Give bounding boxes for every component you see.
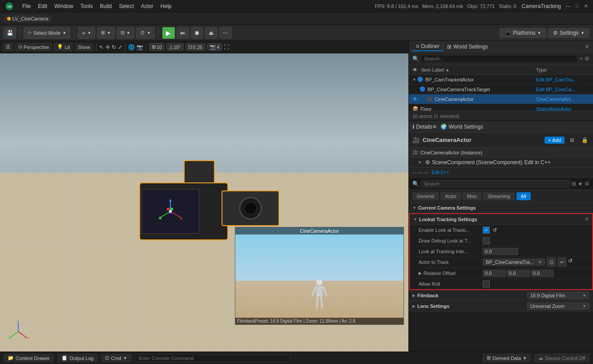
maximize-button[interactable]: □ (573, 3, 581, 10)
menu-file[interactable]: File (19, 2, 34, 10)
layout-icon-btn[interactable]: ⊞ (567, 135, 577, 145)
close-button[interactable]: ✕ (582, 3, 589, 10)
menu-select[interactable]: Select (115, 2, 137, 10)
outliner-row-selected[interactable]: 👁 🎥 CineCameraActor CineCameraAct... (409, 94, 593, 104)
menu-window[interactable]: Window (51, 2, 77, 10)
outliner-type-col[interactable]: Type (536, 67, 589, 73)
outliner-search-input[interactable] (421, 55, 578, 63)
lookat-reset[interactable]: ↺ (585, 216, 589, 222)
offset-y-input[interactable] (507, 270, 530, 277)
scale-tool[interactable]: ⤢ (118, 44, 122, 50)
filmback-section-header[interactable]: ▶ Filmback 16:9 Digital Film ▼ (409, 290, 593, 301)
menu-help[interactable]: Help (157, 2, 175, 10)
world-settings-tab[interactable]: 🌍 World Settings (440, 124, 483, 130)
tab-actor[interactable]: Actor (440, 192, 461, 200)
lookat-section-header[interactable]: ▼ Lookat Tracking Settings ↺ (410, 214, 592, 225)
menu-build[interactable]: Build (97, 2, 116, 10)
outliner-label-col[interactable]: Item Label ▲ (421, 67, 536, 73)
enable-lookat-label: Enable Look at Tracki... (419, 227, 481, 233)
platforms-button[interactable]: 📱 Platforms ▼ (500, 28, 546, 38)
stop-button[interactable]: ⏹ (191, 27, 203, 39)
tab-all[interactable]: All (516, 192, 531, 200)
add-component-button[interactable]: + Add (545, 137, 565, 144)
levels-tab[interactable]: ⊞ World Settings (444, 43, 492, 51)
details-star-icon[interactable]: ★ (578, 181, 583, 187)
outliner-tab[interactable]: ≡ Outliner (412, 42, 443, 51)
derived-data-button[interactable]: ⊞ Derived Data ▼ (483, 354, 531, 362)
cmd-button[interactable]: ⊡ Cmd ▼ (101, 354, 131, 362)
actor-track-dropdown[interactable]: BP_CineCameraTra... ▼ (483, 259, 545, 266)
rotate-tool[interactable]: ↻ (112, 44, 116, 50)
outliner-row[interactable]: 🔵 BP_CineCameraTrackTarget Edit BP_CineC… (409, 85, 593, 94)
minimize-button[interactable]: — (565, 3, 572, 10)
select-tool[interactable]: ↖ (99, 44, 104, 50)
more-button[interactable]: ⋯ (219, 27, 232, 39)
row-type[interactable]: Edit BP_CamTra... (536, 77, 589, 82)
offset-arrow[interactable]: ▶ (419, 271, 422, 275)
interp-input[interactable] (483, 248, 518, 255)
viewport[interactable]: Z X Y CineCameraActor (0, 53, 408, 352)
details-tab[interactable]: ℹ Details (412, 124, 432, 130)
lens-section-header[interactable]: ▶ Lens Settings Universal Zoom ▼ (409, 301, 593, 311)
save-button[interactable]: 💾 (4, 27, 16, 39)
output-log-button[interactable]: 📋 Output Log (57, 354, 97, 362)
draw-debug-checkbox[interactable] (483, 237, 490, 244)
outliner-settings-icon[interactable]: ⚙ (585, 56, 589, 62)
menu-tools[interactable]: Tools (77, 2, 97, 10)
current-camera-section-header[interactable]: ▼ Current Camera Settings (409, 202, 593, 213)
maximize-viewport-button[interactable]: ⛶ (224, 44, 229, 50)
details-settings-icon[interactable]: ⚙ (585, 181, 589, 187)
lens-dropdown[interactable]: Universal Zoom ▼ (527, 303, 589, 310)
details-grid-icon[interactable]: ⊞ (572, 181, 576, 187)
outliner-row[interactable]: ▼ 🔵 BP_CamTrackedActor Edit BP_CamTra... (409, 75, 593, 85)
lit-button[interactable]: 💡 Lit (54, 43, 73, 51)
menu-edit[interactable]: Edit (34, 2, 51, 10)
allow-roll-checkbox[interactable] (483, 280, 490, 287)
translate-tool[interactable]: ✛ (105, 44, 110, 50)
lock-icon-btn[interactable]: 🔒 (580, 135, 589, 145)
offset-x-input[interactable] (483, 270, 506, 277)
row-arrow[interactable]: ▼ (412, 77, 416, 82)
outliner-close[interactable]: ✕ (585, 44, 589, 50)
component-edit-link[interactable]: Edit in C++ (524, 159, 550, 166)
eyedropper-icon-btn[interactable]: ✏ (557, 258, 566, 267)
outliner-row[interactable]: 📦 Floor StaticMeshActor (409, 104, 593, 111)
level-tab[interactable]: LV_CineCamera (4, 15, 52, 22)
cam-speed-pill[interactable]: 📷 4 (207, 43, 222, 51)
eject-button[interactable]: ⏏ (205, 27, 218, 39)
tab-misc[interactable]: Misc (463, 192, 482, 200)
actor-track-reset[interactable]: ↺ (568, 258, 573, 267)
angle-pill[interactable]: △ 10° (166, 43, 184, 51)
details-close[interactable]: ✕ (432, 124, 437, 130)
browse-icon-btn[interactable]: ⊡ (547, 258, 556, 267)
content-drawer-button[interactable]: 📁 Content Drawer (4, 354, 54, 362)
enable-lookat-checkbox[interactable]: ✓ (483, 226, 490, 234)
camera-view-button[interactable]: 📷 (137, 44, 143, 50)
grid-size-pill[interactable]: ⊞ 10 (149, 43, 165, 51)
play-button[interactable]: ▶ (162, 27, 175, 39)
step-button[interactable]: ⏭ (177, 27, 189, 39)
outliner-add-icon[interactable]: + (580, 56, 583, 62)
menu-actor[interactable]: Actor (137, 2, 157, 10)
perspective-button[interactable]: ⊙ Perspective (15, 43, 52, 51)
scale-pill[interactable]: ⊡ 0.25 (186, 43, 205, 51)
offset-z-input[interactable] (531, 270, 554, 277)
settings-button[interactable]: ⚙ Settings ▼ (548, 28, 589, 38)
tab-general[interactable]: General (412, 192, 439, 200)
tab-streaming[interactable]: Streaming (483, 192, 514, 200)
edit-cxx-link[interactable]: Edit C++ (432, 170, 449, 175)
add-button[interactable]: + ▼ (78, 27, 95, 39)
enable-lookat-reset[interactable]: ↺ (492, 227, 497, 233)
show-button[interactable]: Show (75, 43, 93, 51)
row-type[interactable]: Edit BP_CineCa... (536, 87, 589, 92)
viewport-menu-button[interactable]: ☰ (3, 43, 13, 51)
details-search-input[interactable] (421, 180, 570, 188)
console-command-input[interactable] (135, 354, 290, 362)
filmback-dropdown[interactable]: 16:9 Digital Film ▼ (527, 292, 589, 299)
grid-view-button[interactable]: 🌐 (128, 44, 135, 50)
select-mode-button[interactable]: ⊹ Select Mode ▼ (24, 27, 70, 39)
source-control-button[interactable]: ☁ Source Control Off (534, 354, 589, 362)
anim-button[interactable]: ⏱ ▼ (136, 27, 155, 39)
grid-snap-button[interactable]: ⊞ ▼ (97, 27, 115, 39)
snap-button[interactable]: ⊟ ▼ (117, 27, 134, 39)
